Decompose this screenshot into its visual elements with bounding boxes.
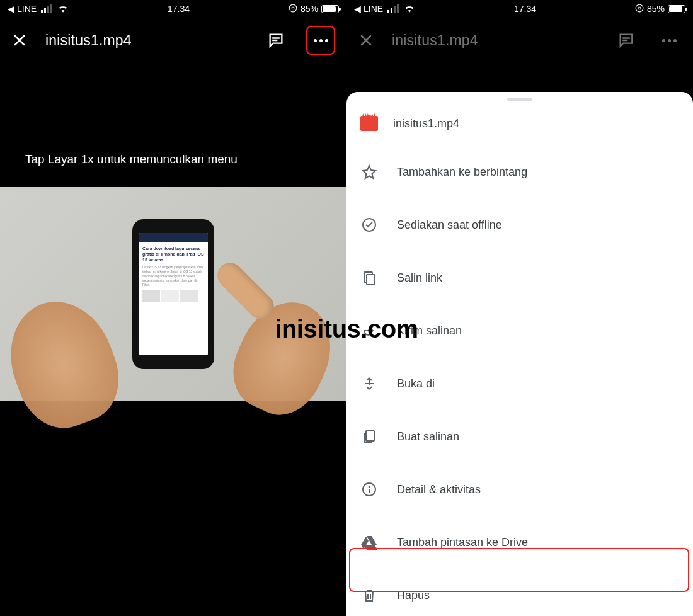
sheet-item-label: Tambah pintasan ke Drive bbox=[397, 536, 528, 549]
app-header-dimmed: inisitus1.mp4 bbox=[346, 18, 693, 63]
cell-signal-icon bbox=[387, 4, 399, 13]
sheet-item-label: Hapus bbox=[397, 589, 430, 602]
svg-rect-5 bbox=[366, 431, 374, 441]
file-title: inisitus1.mp4 bbox=[45, 32, 132, 49]
right-screenshot: ◀ LINE 17.34 85% inisitus1.mp4 bbox=[346, 0, 693, 616]
close-button[interactable] bbox=[358, 32, 374, 48]
sheet-item-trash[interactable]: Hapus bbox=[346, 569, 693, 616]
sheet-item-label: Sediakan saat offline bbox=[397, 219, 502, 232]
video-file-icon bbox=[360, 116, 378, 131]
overlay-tip: Tap Layar 1x untuk memunculkan menu bbox=[0, 151, 346, 168]
phone-graphic: Cara download lagu secara gratis di iPho… bbox=[132, 219, 214, 369]
sheet-item-offline[interactable]: Sediakan saat offline bbox=[346, 198, 693, 251]
trash-icon bbox=[360, 588, 378, 603]
cell-signal-icon bbox=[41, 4, 52, 13]
drive-icon: + bbox=[360, 535, 378, 550]
close-button[interactable] bbox=[11, 32, 28, 48]
file-title: inisitus1.mp4 bbox=[392, 32, 478, 49]
back-app-label[interactable]: LINE bbox=[17, 4, 37, 14]
hand-right-graphic bbox=[220, 287, 346, 426]
finger-graphic bbox=[212, 258, 279, 324]
send-icon bbox=[360, 323, 378, 338]
status-time: 17.34 bbox=[514, 4, 536, 14]
sheet-item-link[interactable]: Salin link bbox=[346, 251, 693, 304]
sheet-item-openin[interactable]: Buka di bbox=[346, 357, 693, 410]
video-preview[interactable]: Cara download lagu secara gratis di iPho… bbox=[0, 187, 346, 401]
status-time: 17.34 bbox=[168, 4, 190, 14]
more-button[interactable] bbox=[656, 28, 682, 53]
sheet-handle[interactable] bbox=[507, 98, 532, 101]
sheet-item-label: Salin link bbox=[397, 271, 442, 285]
battery-icon bbox=[668, 5, 685, 13]
sheet-title: inisitus1.mp4 bbox=[393, 117, 459, 130]
sheet-list: Tambahkan ke berbintangSediakan saat off… bbox=[346, 145, 693, 616]
wifi-icon bbox=[404, 4, 415, 14]
svg-point-1 bbox=[636, 4, 643, 12]
battery-pct: 85% bbox=[647, 4, 665, 14]
sheet-item-label: Buka di bbox=[397, 377, 435, 391]
hand-left-graphic bbox=[0, 287, 132, 440]
sheet-item-label: Kirim salinan bbox=[397, 324, 462, 338]
orientation-lock-icon bbox=[635, 4, 644, 14]
sheet-item-send[interactable]: Kirim salinan bbox=[346, 304, 693, 357]
sheet-item-label: Tambahkan ke berbintang bbox=[397, 166, 527, 179]
phone-article-title: Cara download lagu secara gratis di iPho… bbox=[142, 246, 204, 263]
sheet-item-label: Buat salinan bbox=[397, 430, 459, 443]
battery-icon bbox=[321, 5, 339, 13]
sheet-item-star[interactable]: Tambahkan ke berbintang bbox=[346, 145, 693, 198]
status-bar: ◀ LINE 17.34 85% bbox=[0, 0, 346, 18]
comment-icon[interactable] bbox=[263, 28, 289, 53]
comment-icon[interactable] bbox=[614, 28, 639, 53]
left-screenshot: ◀ LINE 17.34 85% inisitus1.mp4 Tap L bbox=[0, 0, 346, 616]
status-bar: ◀ LINE 17.34 85% bbox=[346, 0, 693, 18]
action-sheet: inisitus1.mp4 Tambahkan ke berbintangSed… bbox=[346, 92, 693, 616]
svg-text:+: + bbox=[373, 543, 377, 550]
sheet-item-info[interactable]: Detail & aktivitas bbox=[346, 463, 693, 516]
openin-icon bbox=[360, 376, 378, 391]
svg-rect-8 bbox=[369, 489, 370, 493]
wifi-icon bbox=[57, 4, 69, 14]
sheet-item-label: Detail & aktivitas bbox=[397, 483, 481, 496]
more-button-highlight[interactable] bbox=[306, 26, 335, 55]
back-caret-icon: ◀ bbox=[8, 4, 14, 14]
star-icon bbox=[360, 164, 378, 180]
svg-rect-4 bbox=[367, 275, 375, 285]
offline-icon bbox=[360, 217, 378, 232]
back-caret-icon: ◀ bbox=[354, 4, 361, 14]
battery-pct: 85% bbox=[301, 4, 318, 14]
copy-icon bbox=[360, 429, 378, 444]
app-header: inisitus1.mp4 bbox=[0, 18, 346, 63]
svg-point-0 bbox=[289, 4, 297, 12]
orientation-lock-icon bbox=[289, 4, 297, 14]
link-icon bbox=[360, 270, 378, 285]
sheet-item-copy[interactable]: Buat salinan bbox=[346, 410, 693, 463]
sheet-item-drive[interactable]: +Tambah pintasan ke Drive bbox=[346, 516, 693, 569]
info-icon bbox=[360, 482, 378, 497]
svg-point-7 bbox=[369, 486, 370, 488]
sheet-header: inisitus1.mp4 bbox=[346, 105, 693, 145]
back-app-label[interactable]: LINE bbox=[364, 4, 383, 14]
